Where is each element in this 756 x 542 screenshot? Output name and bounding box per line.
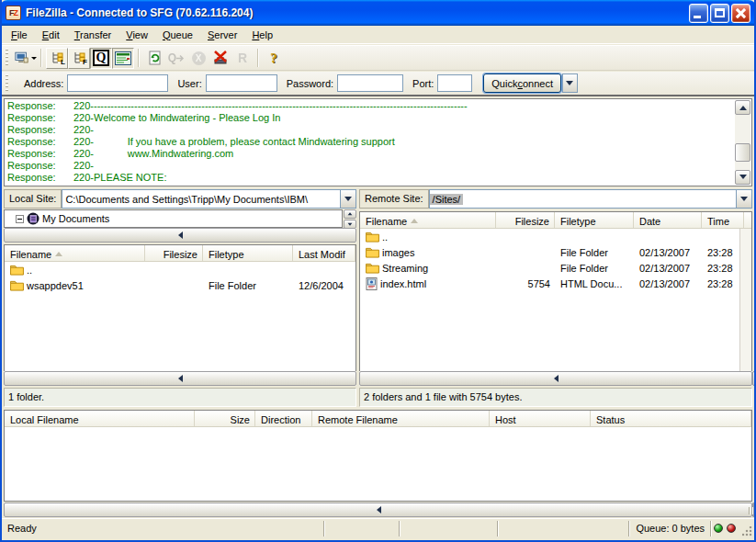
column-header-filetype[interactable]: Filetype xyxy=(203,245,293,261)
column-header-last-modified[interactable]: Last Modif xyxy=(293,245,355,261)
status-cell-empty xyxy=(325,519,399,538)
column-header-status[interactable]: Status xyxy=(591,411,751,426)
remote-list-horizontal-scrollbar[interactable] xyxy=(359,371,752,386)
remote-file-row[interactable]: images File Folder 02/13/2007 23:28 d xyxy=(360,244,751,260)
remote-file-list[interactable]: Filename Filesize Filetype Date Time .. xyxy=(359,211,752,372)
tree-horizontal-scrollbar[interactable] xyxy=(4,228,356,243)
site-manager-dropdown-icon[interactable] xyxy=(31,57,37,62)
scroll-up-button[interactable] xyxy=(735,100,750,115)
remote-file-row[interactable]: .. xyxy=(360,229,751,244)
message-log[interactable]: Response:220----------------------------… xyxy=(4,98,752,186)
scroll-left-button[interactable] xyxy=(4,228,356,243)
column-header-filesize[interactable]: Filesize xyxy=(145,245,203,261)
maximize-button[interactable] xyxy=(710,4,729,23)
column-header-remote-filename[interactable]: Remote Filename xyxy=(312,411,490,426)
remote-file-row[interactable]: index.html 5754 HTML Docu... 02/13/2007 … xyxy=(360,276,751,291)
local-site-combobox[interactable]: C:\Documents and Settings\Tripp\My Docum… xyxy=(62,189,356,209)
tree-vertical-scrollbar[interactable] xyxy=(344,209,356,228)
refresh-button[interactable] xyxy=(143,48,165,69)
scroll-down-button[interactable] xyxy=(735,170,750,185)
menu-queue[interactable]: Queue xyxy=(155,28,200,42)
toggle-message-log-button[interactable] xyxy=(112,48,134,69)
refresh-icon xyxy=(148,51,162,65)
column-header-direction[interactable]: Direction xyxy=(255,411,312,426)
remote-site-dropdown-button[interactable] xyxy=(736,190,751,208)
folder-icon xyxy=(366,263,379,274)
quickconnect-dropdown-button[interactable] xyxy=(562,73,578,93)
password-input[interactable] xyxy=(337,74,403,92)
menu-transfer[interactable]: Transfer xyxy=(67,28,119,42)
column-header-size[interactable]: Size xyxy=(195,411,255,426)
column-header-filename[interactable]: Filename xyxy=(5,245,145,261)
reconnect-button: R xyxy=(231,48,254,69)
user-input[interactable] xyxy=(206,74,277,92)
chevron-down-icon xyxy=(344,197,352,205)
column-header-date[interactable]: Date xyxy=(634,212,702,228)
scroll-thumb[interactable] xyxy=(752,502,754,517)
window-title: FileZilla - Connected to SFG (70.62.116.… xyxy=(26,6,689,19)
column-header-filename[interactable]: Filename xyxy=(360,212,496,228)
scroll-left-button[interactable] xyxy=(4,371,356,386)
toggle-local-tree-button[interactable]: L xyxy=(46,48,68,69)
user-label: User: xyxy=(177,78,201,89)
disconnect-button[interactable] xyxy=(209,48,231,69)
menu-help[interactable]: Help xyxy=(244,28,280,42)
transfer-queue[interactable]: Local Filename Size Direction Remote Fil… xyxy=(4,410,752,502)
status-cell-empty xyxy=(499,519,628,538)
tree-collapse-icon[interactable] xyxy=(16,215,24,223)
log-vertical-scrollbar[interactable] xyxy=(735,100,750,185)
scroll-left-button[interactable] xyxy=(4,502,752,517)
port-label: Port: xyxy=(412,78,434,89)
column-header-host[interactable]: Host xyxy=(490,411,591,426)
remote-site-combobox[interactable]: /Sites/ xyxy=(429,189,752,209)
chevron-down-icon xyxy=(566,81,573,89)
column-header-permissions[interactable] xyxy=(744,212,752,228)
disconnect-icon xyxy=(212,51,229,65)
local-file-row[interactable]: wsappdev51 File Folder 12/6/2004 xyxy=(5,277,355,293)
column-header-local-filename[interactable]: Local Filename xyxy=(5,411,195,426)
arrow-left-icon xyxy=(175,375,183,382)
tree-node-label[interactable]: My Documents xyxy=(42,213,109,224)
local-directory-tree[interactable]: My Documents xyxy=(4,209,343,228)
queue-horizontal-scrollbar[interactable] xyxy=(4,502,752,517)
help-button[interactable]: ? xyxy=(263,48,285,69)
address-label: Address: xyxy=(24,78,63,89)
port-input[interactable] xyxy=(437,74,472,92)
status-ready-text: Ready xyxy=(2,519,323,538)
menu-edit[interactable]: Edit xyxy=(35,28,67,42)
message-log-icon xyxy=(115,51,131,65)
local-file-row[interactable]: .. xyxy=(5,262,355,277)
column-header-time[interactable]: Time xyxy=(702,212,744,228)
local-file-list[interactable]: Filename Filesize Filetype Last Modif .. xyxy=(4,244,356,372)
remote-vertical-scrollbar[interactable] xyxy=(739,229,751,371)
local-list-horizontal-scrollbar[interactable] xyxy=(4,371,356,386)
help-icon: ? xyxy=(270,51,277,66)
address-input[interactable] xyxy=(67,74,168,92)
local-site-dropdown-button[interactable] xyxy=(340,190,355,208)
scroll-thumb[interactable] xyxy=(735,143,750,162)
toggle-remote-tree-button[interactable]: F xyxy=(68,48,90,69)
minimize-button[interactable] xyxy=(689,4,708,23)
column-header-filetype[interactable]: Filetype xyxy=(555,212,634,228)
quickconnect-button[interactable]: Quickconnect xyxy=(483,73,561,93)
scroll-up-button[interactable] xyxy=(344,209,356,219)
arrow-down-icon xyxy=(739,175,747,183)
log-line: Response:220- If you have a problem, ple… xyxy=(7,136,733,148)
log-line: Response:220-PLEASE NOTE: xyxy=(7,172,733,184)
resize-grip[interactable] xyxy=(740,519,754,538)
toolbar-gripper[interactable] xyxy=(6,49,10,67)
column-header-filesize[interactable]: Filesize xyxy=(496,212,555,228)
menu-view[interactable]: View xyxy=(118,28,155,42)
close-button[interactable] xyxy=(731,4,750,23)
scroll-thumb[interactable] xyxy=(752,371,756,386)
menu-server[interactable]: Server xyxy=(200,28,244,42)
remote-file-row[interactable]: Streaming File Folder 02/13/2007 23:28 d xyxy=(360,260,751,276)
menu-file[interactable]: File xyxy=(4,28,35,42)
toggle-queue-button[interactable]: Q xyxy=(90,48,112,69)
log-line: Response:220- xyxy=(7,124,733,136)
site-manager-icon xyxy=(15,51,28,65)
site-manager-button[interactable] xyxy=(15,48,37,69)
quickconnect-gripper[interactable] xyxy=(6,74,10,93)
file-name: .. xyxy=(27,265,32,276)
scroll-left-button[interactable] xyxy=(359,371,752,386)
